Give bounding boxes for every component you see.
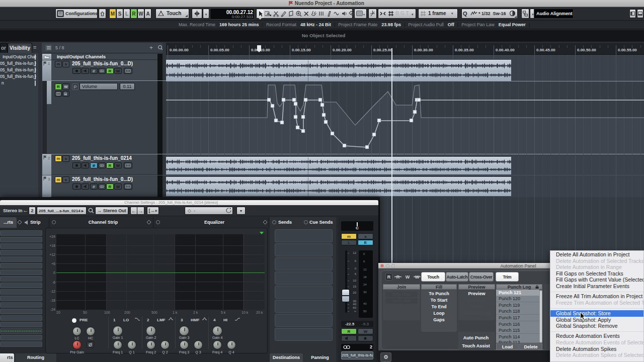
- svg-text:W: W: [406, 275, 410, 280]
- svg-text:A: A: [267, 12, 270, 16]
